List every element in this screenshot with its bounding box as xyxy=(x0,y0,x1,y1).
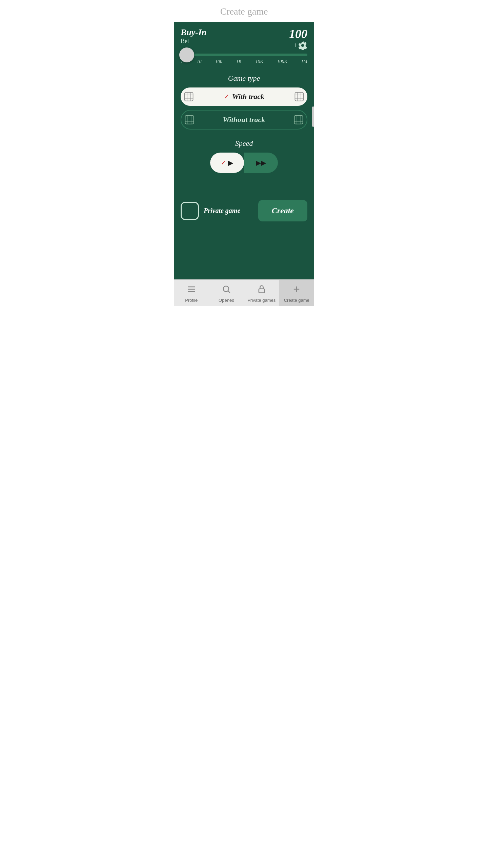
slider-labels: 1 10 100 1K 10K 100K 1M xyxy=(181,59,307,64)
speed-fast-option[interactable]: ▶▶ xyxy=(244,153,278,173)
speed-normal-option[interactable]: ✓ ▶ xyxy=(210,153,244,173)
without-track-label: Without track xyxy=(223,115,265,124)
nav-profile-label: Profile xyxy=(185,298,198,303)
buy-in-title: Buy-In xyxy=(181,28,207,38)
nav-create-game[interactable]: Create game xyxy=(279,280,314,306)
buy-in-value-area: 100 1 xyxy=(289,28,307,50)
svg-rect-25 xyxy=(259,289,264,293)
scroll-indicator xyxy=(312,106,314,127)
slider-thumb[interactable] xyxy=(179,47,194,62)
bottom-actions: Private game Create xyxy=(181,200,307,221)
dice-right-icon xyxy=(294,92,304,101)
plus-icon xyxy=(292,284,301,296)
slider-label-1m: 1M xyxy=(301,59,307,64)
dice-right-unselected-icon xyxy=(294,115,303,124)
private-game-label: Private game xyxy=(204,207,240,215)
create-button[interactable]: Create xyxy=(258,200,307,221)
speed-normal-check: ✓ xyxy=(221,159,226,166)
speed-title: Speed xyxy=(181,139,307,148)
buy-in-section: Buy-In Bet 100 1 xyxy=(181,28,307,50)
gear-value: 1 xyxy=(294,42,297,48)
game-type-title: Game type xyxy=(181,74,307,83)
slider-label-10: 10 xyxy=(197,59,202,64)
main-content: Buy-In Bet 100 1 1 10 100 1K 10K 100K 1M xyxy=(174,22,314,279)
slider-label-100: 100 xyxy=(215,59,222,64)
bottom-nav: Profile Opened Private games Create game xyxy=(174,279,314,306)
with-track-checkmark: ✓ xyxy=(224,93,229,101)
profile-icon xyxy=(187,284,196,296)
private-game-area: Private game xyxy=(181,202,253,220)
gear-icon[interactable] xyxy=(298,41,307,50)
svg-rect-15 xyxy=(294,115,303,124)
svg-line-24 xyxy=(228,291,230,293)
with-track-label: With track xyxy=(232,92,264,101)
nav-opened-label: Opened xyxy=(219,298,234,303)
slider-track[interactable] xyxy=(181,54,307,56)
bet-slider-container: 1 10 100 1K 10K 100K 1M xyxy=(181,54,307,64)
speed-toggle: ✓ ▶ ▶▶ xyxy=(210,153,278,173)
buy-in-labels: Buy-In Bet xyxy=(181,28,207,45)
play-icon: ▶ xyxy=(228,159,233,167)
slider-label-100k: 100K xyxy=(277,59,287,64)
search-icon xyxy=(222,284,231,296)
nav-opened[interactable]: Opened xyxy=(209,280,244,306)
without-track-button[interactable]: Without track xyxy=(181,110,307,130)
dice-left-unselected-icon xyxy=(185,115,194,124)
svg-rect-10 xyxy=(185,115,194,124)
gear-row: 1 xyxy=(294,41,307,50)
fast-forward-icon: ▶▶ xyxy=(256,159,266,167)
buy-in-value: 100 xyxy=(289,28,307,40)
header: Create game xyxy=(174,0,314,22)
slider-label-10k: 10K xyxy=(256,59,263,64)
nav-private-games-label: Private games xyxy=(247,298,276,303)
dice-left-icon xyxy=(184,92,194,101)
svg-point-23 xyxy=(223,286,229,292)
nav-create-game-label: Create game xyxy=(284,298,309,303)
svg-rect-0 xyxy=(184,92,193,101)
nav-profile[interactable]: Profile xyxy=(174,280,209,306)
slider-label-1k: 1K xyxy=(236,59,242,64)
bet-label: Bet xyxy=(181,38,207,45)
svg-rect-5 xyxy=(295,92,303,101)
nav-private-games[interactable]: Private games xyxy=(244,280,279,306)
with-track-button[interactable]: ✓ With track xyxy=(181,87,307,106)
page-title: Create game xyxy=(220,6,268,17)
lock-icon xyxy=(257,284,266,296)
private-game-checkbox[interactable] xyxy=(181,202,199,220)
